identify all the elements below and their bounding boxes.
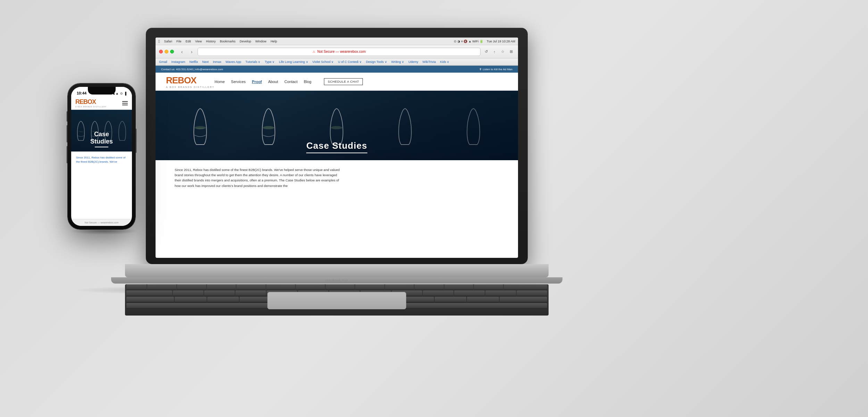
bookmark-next[interactable]: Next bbox=[202, 60, 209, 64]
reload-icon[interactable]: ↺ bbox=[483, 48, 490, 55]
bookmark-kids[interactable]: Kids ∨ bbox=[440, 60, 449, 64]
nav-services[interactable]: Services bbox=[231, 80, 245, 84]
kb-key[interactable] bbox=[204, 291, 235, 296]
help-menu[interactable]: Help bbox=[270, 40, 277, 43]
kb-key[interactable] bbox=[517, 291, 547, 296]
history-menu[interactable]: History bbox=[206, 40, 216, 43]
bookmarks-menu[interactable]: Bookmarks bbox=[220, 40, 235, 43]
kb-key[interactable] bbox=[236, 284, 266, 290]
kb-key[interactable] bbox=[500, 297, 547, 302]
bookmark-violet[interactable]: Violet School ∨ bbox=[312, 60, 334, 64]
website-content: Contact us: 403.531.6240 | info@wearereb… bbox=[156, 66, 518, 195]
macbook-screen-bezel:  Safari File Edit View History Bookmark… bbox=[146, 28, 528, 264]
iphone-body: 10:44 ▲▲▲ ⊙ ▐ REBOX A BOX BRANDS DISTILL… bbox=[68, 83, 135, 229]
minimize-window-button[interactable] bbox=[165, 50, 168, 54]
logo-container: REBOX A BOX BRANDS DISTILLERY bbox=[166, 75, 215, 88]
iphone-hero-underline bbox=[95, 147, 108, 147]
kb-key[interactable] bbox=[326, 284, 355, 290]
bookmark-inmax[interactable]: Inmax bbox=[213, 60, 222, 64]
develop-menu[interactable]: Develop bbox=[240, 40, 251, 43]
apple-menu[interactable]:  bbox=[158, 39, 160, 44]
window-menu[interactable]: Window bbox=[255, 40, 266, 43]
kb-key[interactable] bbox=[385, 284, 414, 290]
tab-overview-icon[interactable]: ⊞ bbox=[508, 48, 515, 55]
iphone-notch bbox=[88, 87, 116, 95]
hamburger-line-2 bbox=[122, 103, 128, 104]
kb-key[interactable] bbox=[266, 284, 295, 290]
bookmark-writing[interactable]: Writing ∨ bbox=[391, 60, 404, 64]
kb-key[interactable] bbox=[474, 284, 503, 290]
bookmark-tutorials[interactable]: Tutorials ∨ bbox=[245, 60, 261, 64]
site-hero: Case Studies bbox=[156, 91, 518, 160]
whisky-glass-4 bbox=[395, 103, 415, 148]
kb-key[interactable] bbox=[207, 297, 239, 302]
maximize-window-button[interactable] bbox=[170, 50, 174, 54]
nav-blog[interactable]: Blog bbox=[304, 80, 311, 84]
site-logo[interactable]: REBOX bbox=[166, 75, 196, 85]
kb-key[interactable] bbox=[235, 291, 266, 296]
iphone-mute-button bbox=[67, 111, 68, 122]
forward-button[interactable]: › bbox=[188, 48, 195, 56]
kb-key[interactable] bbox=[454, 291, 485, 296]
kb-key[interactable] bbox=[175, 297, 207, 302]
kb-key[interactable] bbox=[240, 297, 272, 302]
bookmark-instagram[interactable]: Instagram bbox=[172, 60, 185, 64]
menu-bar:  Safari File Edit View History Bookmark… bbox=[156, 38, 518, 45]
iphone-device: 10:44 ▲▲▲ ⊙ ▐ REBOX A BOX BRANDS DISTILL… bbox=[68, 83, 135, 229]
address-bar[interactable]: ⚠ Not Secure — wearerebox.com bbox=[198, 48, 481, 56]
edit-menu[interactable]: Edit bbox=[185, 40, 191, 43]
kb-key[interactable] bbox=[444, 284, 474, 290]
kb-key[interactable] bbox=[126, 284, 147, 290]
nav-proof[interactable]: Proof bbox=[252, 80, 262, 84]
iphone-address-bar: Not Secure — wearerebox.com bbox=[71, 219, 132, 226]
kb-key[interactable] bbox=[355, 284, 384, 290]
kb-key[interactable] bbox=[402, 297, 434, 302]
nav-home[interactable]: Home bbox=[215, 80, 225, 84]
view-menu[interactable]: View bbox=[195, 40, 202, 43]
bookmark-lifelong[interactable]: Life Long Learning ∨ bbox=[279, 60, 308, 64]
share-icon[interactable]: ↑ bbox=[491, 48, 498, 55]
bookmark-type[interactable]: Type ∨ bbox=[265, 60, 275, 64]
kb-key[interactable] bbox=[177, 284, 206, 290]
bookmark-uofc[interactable]: U of C Contedi ∨ bbox=[338, 60, 362, 64]
macbook-trackpad[interactable] bbox=[267, 292, 406, 309]
whisky-glass-1 bbox=[191, 103, 210, 148]
bookmark-udemy[interactable]: Udemy bbox=[408, 60, 418, 64]
browser-toolbar: ‹ › ⚠ Not Secure — wearerebox.com ↺ ↑ ☆ … bbox=[156, 45, 518, 58]
nav-contact[interactable]: Contact bbox=[284, 80, 298, 84]
macbook-screen:  Safari File Edit View History Bookmark… bbox=[156, 38, 518, 258]
kb-key[interactable] bbox=[126, 291, 172, 296]
kb-key[interactable] bbox=[126, 297, 174, 302]
kb-key[interactable] bbox=[173, 291, 203, 296]
schedule-chat-button[interactable]: SCHEDULE A CHAT bbox=[324, 78, 363, 85]
bookmark-wikitrivia[interactable]: WikiTrivia bbox=[423, 60, 436, 64]
kb-key[interactable] bbox=[207, 284, 236, 290]
kb-key[interactable] bbox=[485, 291, 516, 296]
bookmarks-bar: Gmail Instagram Netflix Next Inmax Waves… bbox=[156, 58, 518, 65]
nav-about[interactable]: About bbox=[268, 80, 278, 84]
bookmark-icon[interactable]: ☆ bbox=[499, 48, 506, 55]
macbook-label: MacBook Pro bbox=[111, 277, 562, 284]
kb-key[interactable] bbox=[415, 284, 444, 290]
close-window-button[interactable] bbox=[159, 50, 163, 54]
bookmark-design[interactable]: Design Tools ∨ bbox=[366, 60, 387, 64]
kb-key[interactable] bbox=[504, 284, 547, 290]
kb-key[interactable] bbox=[147, 284, 176, 290]
bookmark-waves[interactable]: Waves App bbox=[226, 60, 241, 64]
iphone-content-paragraph: Since 2011, Rebox has distilled some of … bbox=[76, 156, 127, 164]
back-button[interactable]: ‹ bbox=[178, 48, 186, 56]
site-nav: REBOX A BOX BRANDS DISTILLERY Home Servi… bbox=[156, 73, 518, 91]
kb-key[interactable] bbox=[296, 284, 325, 290]
safari-menu[interactable]: Safari bbox=[164, 40, 172, 43]
bookmark-gmail[interactable]: Gmail bbox=[159, 60, 167, 64]
iphone-screen: 10:44 ▲▲▲ ⊙ ▐ REBOX A BOX BRANDS DISTILL… bbox=[71, 87, 132, 226]
kb-key[interactable] bbox=[423, 291, 453, 296]
iphone-time: 10:44 bbox=[77, 91, 86, 95]
file-menu[interactable]: File bbox=[176, 40, 182, 43]
bookmark-netflix[interactable]: Netflix bbox=[190, 60, 198, 64]
contact-info: Contact us: 403.531.6240 | info@wearereb… bbox=[161, 68, 223, 71]
listen-link[interactable]: 🎙 Listen to Kill the Ad Man bbox=[479, 68, 512, 71]
kb-key[interactable] bbox=[467, 297, 499, 302]
kb-key[interactable] bbox=[435, 297, 467, 302]
iphone-hamburger-menu[interactable] bbox=[122, 101, 128, 105]
